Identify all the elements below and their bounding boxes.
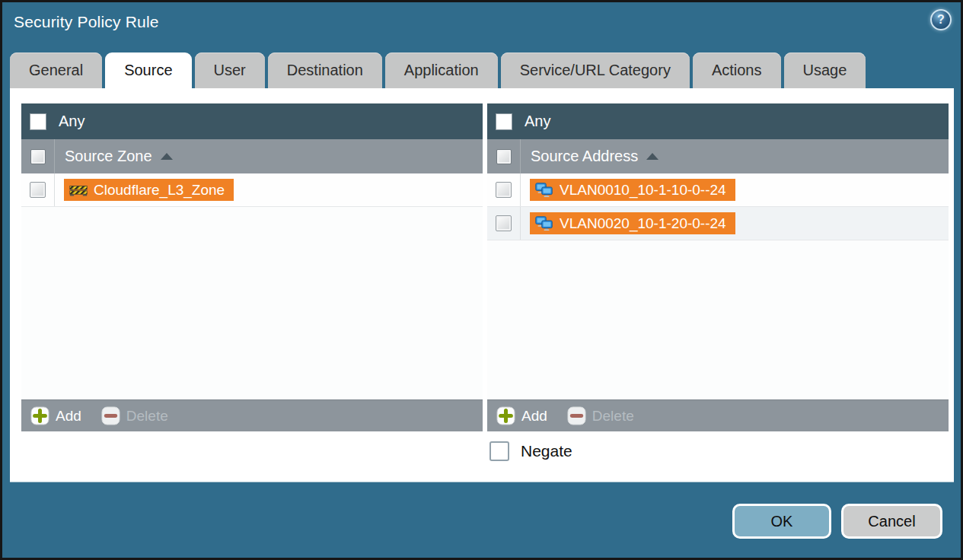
- source-address-rows: VLAN0010_10-1-10-0--24: [487, 173, 949, 399]
- network-icon: [535, 216, 553, 231]
- delete-button[interactable]: Delete: [567, 406, 634, 425]
- source-address-any-header: Any: [487, 103, 949, 139]
- delete-button[interactable]: Delete: [101, 406, 168, 425]
- address-tag[interactable]: VLAN0010_10-1-10-0--24: [530, 179, 735, 201]
- row-checkbox[interactable]: [496, 215, 512, 231]
- source-zone-column-label: Source Zone: [65, 148, 152, 165]
- sort-ascending-icon: [646, 153, 658, 160]
- source-zone-any-header: Any: [21, 103, 483, 139]
- network-icon: [535, 183, 553, 198]
- source-address-panel: Any Source Address: [487, 103, 949, 431]
- security-policy-rule-dialog: Security Policy Rule ? General Source Us…: [0, 0, 963, 560]
- source-zone-rows: Cloudflare_L3_Zone: [21, 173, 483, 399]
- source-zone-select-all-checkbox[interactable]: [30, 149, 46, 164]
- zone-tag-label: Cloudflare_L3_Zone: [94, 182, 225, 199]
- help-icon[interactable]: ?: [930, 9, 952, 30]
- source-zone-any-checkbox[interactable]: [30, 113, 46, 130]
- source-address-select-all-checkbox[interactable]: [496, 149, 512, 164]
- source-zone-column-sort[interactable]: Source Zone: [55, 139, 173, 173]
- address-tag[interactable]: VLAN0020_10-1-20-0--24: [530, 212, 735, 234]
- help-glyph: ?: [937, 13, 945, 27]
- tab-application[interactable]: Application: [385, 52, 498, 88]
- negate-row: Negate: [489, 441, 572, 461]
- table-row[interactable]: VLAN0010_10-1-10-0--24: [487, 173, 949, 207]
- table-row[interactable]: Cloudflare_L3_Zone: [21, 173, 483, 207]
- source-address-column-label: Source Address: [531, 148, 638, 165]
- source-address-column-sort[interactable]: Source Address: [521, 139, 658, 173]
- negate-label: Negate: [521, 442, 572, 460]
- tab-source[interactable]: Source: [105, 52, 191, 88]
- add-button[interactable]: Add: [496, 406, 547, 425]
- ok-button[interactable]: OK: [732, 504, 831, 539]
- zone-tag[interactable]: Cloudflare_L3_Zone: [64, 179, 234, 201]
- tab-user[interactable]: User: [195, 52, 265, 88]
- tab-service-url-category[interactable]: Service/URL Category: [501, 52, 690, 88]
- panels-container: Any Source Zone: [21, 103, 949, 431]
- tab-usage[interactable]: Usage: [784, 52, 866, 88]
- delete-minus-icon: [567, 406, 586, 425]
- sort-ascending-icon: [161, 153, 173, 160]
- zone-icon: [69, 183, 88, 196]
- add-plus-icon: [30, 406, 49, 425]
- titlebar: Security Policy Rule ?: [2, 2, 961, 50]
- tab-actions[interactable]: Actions: [693, 52, 781, 88]
- delete-minus-icon: [101, 406, 120, 425]
- add-button[interactable]: Add: [30, 406, 81, 425]
- source-zone-footer: Add Delete: [21, 399, 483, 431]
- source-address-any-checkbox[interactable]: [496, 113, 512, 130]
- negate-checkbox[interactable]: [489, 441, 509, 461]
- cancel-button[interactable]: Cancel: [841, 504, 942, 539]
- add-plus-icon: [496, 406, 515, 425]
- dialog-title: Security Policy Rule: [14, 13, 159, 31]
- source-tab-content: Any Source Zone: [10, 88, 954, 482]
- source-zone-any-label: Any: [59, 113, 85, 130]
- add-label: Add: [56, 408, 81, 425]
- address-tag-label: VLAN0020_10-1-20-0--24: [560, 215, 726, 232]
- delete-label: Delete: [592, 408, 634, 425]
- source-zone-panel: Any Source Zone: [21, 103, 483, 431]
- row-checkbox[interactable]: [30, 182, 46, 198]
- address-tag-label: VLAN0010_10-1-10-0--24: [560, 182, 726, 199]
- row-checkbox[interactable]: [496, 182, 512, 198]
- add-label: Add: [521, 408, 547, 425]
- delete-label: Delete: [126, 408, 168, 425]
- tab-bar: General Source User Destination Applicat…: [10, 52, 953, 88]
- tab-destination[interactable]: Destination: [268, 52, 382, 88]
- source-address-any-label: Any: [525, 113, 550, 130]
- source-zone-column-header: Source Zone: [21, 139, 483, 173]
- source-address-column-header: Source Address: [487, 139, 949, 173]
- tab-general[interactable]: General: [10, 52, 102, 88]
- source-address-footer: Add Delete: [487, 399, 949, 431]
- table-row[interactable]: VLAN0020_10-1-20-0--24: [487, 207, 949, 240]
